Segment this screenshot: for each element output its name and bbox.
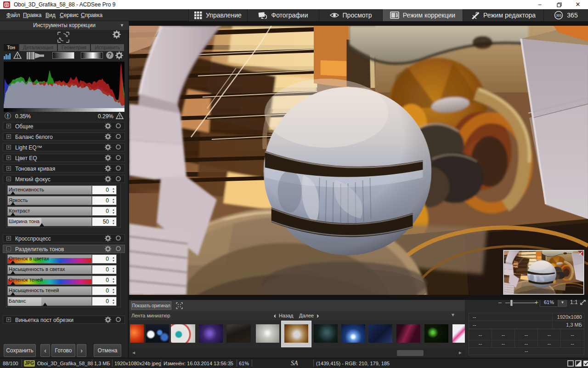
- svg-text:365: 365: [556, 14, 561, 17]
